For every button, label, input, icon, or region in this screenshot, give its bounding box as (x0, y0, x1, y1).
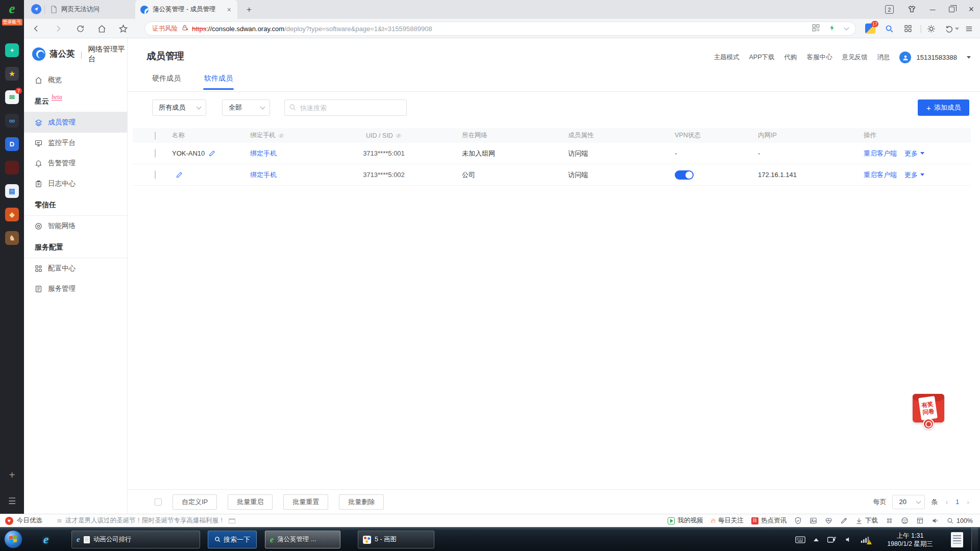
address-bar[interactable]: 证书风险 https://console.sdwan.oray.com/depl… (144, 21, 856, 36)
network-icon[interactable] (861, 536, 869, 543)
login-account-badge[interactable]: 登录账号 (2, 19, 22, 26)
sidebar-item-overview[interactable]: 概览 (24, 70, 127, 90)
sidebar-item-config-center[interactable]: 配置中心 (24, 258, 127, 279)
sidebar-item-smart-network[interactable]: 智能网络 (24, 216, 127, 236)
health-heart-icon[interactable] (825, 517, 832, 524)
screenshot-icon[interactable] (810, 517, 817, 524)
search-tool-icon[interactable] (884, 23, 895, 34)
promo-ticker[interactable]: 这才是男人该过的圣诞节！限时圣诞节专享高爆福利服！ (65, 516, 225, 525)
header-link-app-download[interactable]: APP下载 (749, 53, 774, 62)
taskbar-button-oray[interactable]: e 蒲公英管理 ... (265, 531, 340, 548)
widgets-icon[interactable] (886, 517, 893, 524)
taskbar-button-paint[interactable]: 5 - 画图 (358, 531, 434, 548)
account-dropdown-icon[interactable] (967, 56, 971, 59)
sidebar-item-monitor[interactable]: 监控平台 (24, 133, 127, 153)
power-plug-icon[interactable] (827, 536, 837, 544)
header-link-theme[interactable]: 主题模式 (714, 53, 739, 62)
eye-off-icon[interactable] (396, 133, 402, 139)
header-link-support[interactable]: 客服中心 (806, 53, 832, 62)
tab-count-box[interactable]: 2 (885, 5, 894, 14)
popup-window-icon[interactable] (229, 518, 235, 523)
header-link-messages[interactable]: 消息 (877, 53, 890, 62)
address-dropdown-icon[interactable] (844, 26, 849, 31)
tab-software-members[interactable]: 软件成员 (204, 74, 233, 90)
sidebar-item-logs[interactable]: 日志中心 (24, 173, 127, 194)
notes-tray-icon[interactable] (951, 532, 963, 547)
taskbar-button-webpage[interactable]: e 动画公司排行 (71, 531, 200, 548)
certificate-warning[interactable]: 证书风险 (152, 24, 178, 33)
browser-logo[interactable]: e 登录账号 (0, 1, 24, 26)
more-actions-link[interactable]: 更多 (904, 170, 924, 180)
start-button[interactable] (4, 530, 22, 548)
taskbar-ie-icon[interactable]: e (37, 531, 55, 548)
search-input[interactable] (284, 99, 407, 116)
current-page[interactable]: 1 (955, 498, 959, 506)
batch-select-checkbox[interactable] (155, 498, 162, 506)
new-tab-button[interactable]: + (242, 3, 256, 16)
dock-favorites-star-icon[interactable]: ★ (5, 67, 19, 81)
theme-shirt-icon[interactable] (908, 5, 916, 14)
eye-off-icon[interactable] (278, 133, 284, 139)
add-member-button[interactable]: + 添加成员 (918, 99, 969, 116)
volume-icon[interactable] (845, 536, 852, 543)
member-filter-select[interactable]: 所有成员 (152, 99, 206, 116)
per-page-select[interactable]: 20 (892, 495, 925, 509)
sidebar-item-service-manage[interactable]: 服务管理 (24, 279, 127, 299)
dock-dark-red-app-icon[interactable] (5, 161, 19, 174)
prev-page-icon[interactable]: ‹ (944, 498, 949, 506)
row-checkbox[interactable] (155, 149, 156, 158)
next-page-icon[interactable]: › (965, 498, 971, 506)
close-button[interactable]: × (968, 6, 974, 13)
row-checkbox[interactable] (155, 170, 156, 179)
menu-icon[interactable] (963, 23, 974, 34)
sidebar-item-members[interactable]: 成员管理 (24, 112, 127, 133)
speaker-icon[interactable] (932, 517, 939, 524)
home-icon[interactable] (96, 23, 107, 34)
compat-mode-icon[interactable] (901, 517, 909, 524)
edit-pencil-icon[interactable] (209, 150, 215, 157)
extension-icon[interactable]: 17 (865, 23, 876, 34)
tab-error-page[interactable]: 网页无法访问 (45, 0, 135, 19)
forward-icon[interactable] (53, 23, 64, 34)
restart-client-link[interactable]: 重启客户端 (864, 170, 897, 180)
account-number[interactable]: 15131583388 (916, 54, 957, 61)
dock-mail-icon[interactable]: ✉7 (5, 90, 19, 104)
browser-nav-icon[interactable] (31, 4, 41, 14)
dock-game-brown-icon[interactable]: ♞ (5, 231, 19, 245)
type-filter-select[interactable]: 全部 (222, 99, 270, 116)
bind-phone-link[interactable]: 绑定手机 (250, 170, 277, 180)
batch-restart-button[interactable]: 批量重启 (228, 494, 273, 510)
restore-button[interactable] (949, 7, 954, 12)
vpn-toggle-on[interactable] (675, 170, 694, 180)
dock-list-icon[interactable]: ☰ (0, 496, 24, 507)
dock-d-app-icon[interactable]: D (5, 137, 19, 151)
dock-add-icon[interactable]: + (0, 469, 24, 481)
my-videos-link[interactable]: 我的视频 (668, 516, 703, 525)
header-link-agent[interactable]: 代购 (784, 53, 797, 62)
daily-picks-link[interactable]: 今日优选 (17, 516, 42, 525)
batch-delete-button[interactable]: 批量删除 (339, 494, 384, 510)
shield-icon[interactable] (794, 517, 802, 524)
custom-ip-button[interactable]: 自定义IP (173, 494, 217, 510)
input-keyboard-icon[interactable] (795, 536, 805, 543)
daynight-mode-icon[interactable] (925, 23, 937, 34)
app-logo[interactable]: 蒲公英 | 网络管理平台 (24, 38, 127, 70)
batch-reset-button[interactable]: 批量重置 (283, 494, 328, 510)
refresh-icon[interactable] (75, 23, 86, 34)
select-all-checkbox[interactable] (155, 132, 156, 140)
pen-icon[interactable] (840, 517, 848, 524)
download-link[interactable]: 下载 (855, 516, 878, 525)
more-actions-link[interactable]: 更多 (904, 149, 924, 158)
hot-news-link[interactable]: 目 热点资讯 (751, 516, 787, 525)
undo-history-icon[interactable] (944, 23, 960, 34)
survey-float-widget[interactable]: 有奖 问卷 (912, 394, 945, 431)
dock-game-orange-icon[interactable]: ◆ (5, 208, 19, 221)
qr-code-icon[interactable] (812, 24, 820, 33)
header-link-feedback[interactable]: 意见反馈 (842, 53, 867, 62)
minimize-button[interactable]: ─ (930, 6, 936, 13)
bind-phone-link[interactable]: 绑定手机 (250, 149, 277, 158)
edit-pencil-icon[interactable] (176, 171, 183, 178)
restart-client-link[interactable]: 重启客户端 (864, 149, 897, 158)
taskbar-clock[interactable]: 上午 1:31 1980/1/2 星期三 (877, 532, 943, 548)
tab-hardware-members[interactable]: 硬件成员 (152, 74, 181, 90)
